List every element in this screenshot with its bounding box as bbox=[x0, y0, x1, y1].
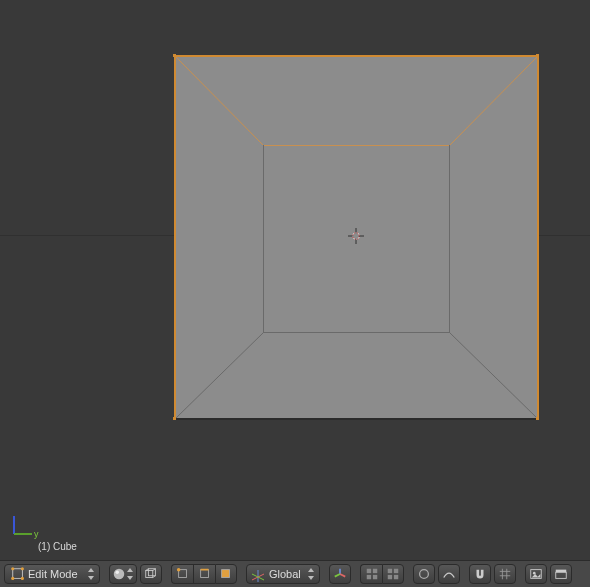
render-anim-button[interactable] bbox=[550, 564, 572, 584]
face-icon bbox=[219, 567, 233, 581]
object-name-label: (1) Cube bbox=[38, 541, 77, 552]
axis-indicator: y bbox=[10, 510, 40, 540]
svg-rect-41 bbox=[388, 575, 392, 579]
svg-rect-38 bbox=[372, 575, 376, 579]
circle-icon bbox=[417, 567, 431, 581]
edge-right-inner[interactable] bbox=[449, 145, 450, 333]
svg-rect-39 bbox=[388, 569, 392, 573]
vertex-tr[interactable] bbox=[536, 54, 539, 57]
mode-dropdown[interactable]: Edit Mode bbox=[4, 564, 100, 584]
svg-point-17 bbox=[114, 569, 125, 580]
header-toolbar: Edit Mode bbox=[0, 560, 590, 587]
svg-rect-51 bbox=[556, 570, 567, 573]
edge-top-inner[interactable] bbox=[263, 145, 450, 146]
edge-top-outer[interactable] bbox=[174, 55, 539, 57]
svg-rect-37 bbox=[366, 575, 370, 579]
svg-point-14 bbox=[21, 567, 24, 570]
proportional-edit-dropdown[interactable] bbox=[413, 564, 435, 584]
render-icon bbox=[529, 567, 543, 581]
magnet-icon bbox=[473, 567, 487, 581]
layer-1-button[interactable] bbox=[360, 564, 382, 584]
orientation-dropdown[interactable]: Global bbox=[246, 564, 320, 584]
grid-icon bbox=[386, 567, 400, 581]
svg-rect-35 bbox=[366, 569, 370, 573]
orientation-icon bbox=[250, 568, 266, 584]
snap-element-dropdown[interactable] bbox=[494, 564, 516, 584]
chevron-updown-icon bbox=[307, 568, 315, 580]
edge-left-inner[interactable] bbox=[263, 145, 264, 333]
vertex-icon bbox=[176, 567, 190, 581]
proportional-falloff-dropdown[interactable] bbox=[438, 564, 460, 584]
select-mode-group bbox=[171, 564, 237, 584]
shading-mode-dropdown[interactable] bbox=[109, 564, 137, 584]
svg-rect-12 bbox=[13, 569, 23, 579]
vertex-tl[interactable] bbox=[173, 54, 176, 57]
manipulator-toggle-button[interactable] bbox=[329, 564, 351, 584]
svg-rect-28 bbox=[222, 570, 230, 578]
render-image-button[interactable] bbox=[525, 564, 547, 584]
svg-point-43 bbox=[420, 570, 429, 579]
face-select-button[interactable] bbox=[215, 564, 237, 584]
chevron-updown-icon bbox=[87, 568, 95, 580]
svg-point-13 bbox=[11, 567, 14, 570]
svg-rect-26 bbox=[200, 570, 208, 578]
grid-dots-icon bbox=[498, 567, 512, 581]
svg-line-34 bbox=[335, 574, 340, 577]
orientation-label: Global bbox=[269, 568, 301, 580]
svg-point-16 bbox=[21, 577, 24, 580]
layer-group bbox=[360, 564, 404, 584]
svg-point-25 bbox=[176, 568, 180, 572]
svg-rect-42 bbox=[394, 575, 398, 579]
edge-select-button[interactable] bbox=[193, 564, 215, 584]
axis-y-label: y bbox=[34, 529, 39, 539]
svg-point-18 bbox=[116, 571, 120, 575]
svg-rect-50 bbox=[556, 572, 567, 578]
layer-2-button[interactable] bbox=[382, 564, 404, 584]
clapper-icon bbox=[554, 567, 568, 581]
sphere-icon bbox=[112, 567, 126, 581]
svg-rect-19 bbox=[146, 571, 153, 578]
cube-mesh[interactable] bbox=[174, 55, 539, 420]
edge-bottom-outer[interactable] bbox=[174, 418, 539, 420]
svg-rect-40 bbox=[394, 569, 398, 573]
mode-label: Edit Mode bbox=[28, 568, 78, 580]
edge-right-outer[interactable] bbox=[537, 55, 539, 420]
falloff-icon bbox=[442, 567, 456, 581]
viewport-3d[interactable]: y (1) Cube bbox=[0, 0, 590, 560]
svg-point-49 bbox=[533, 572, 536, 575]
edge-left-outer[interactable] bbox=[174, 55, 176, 420]
vertex-br[interactable] bbox=[536, 417, 539, 420]
cube-wire-icon bbox=[144, 567, 158, 581]
edge-icon bbox=[198, 567, 212, 581]
snap-toggle-button[interactable] bbox=[469, 564, 491, 584]
vertex-bl[interactable] bbox=[173, 417, 176, 420]
edit-mode-icon bbox=[11, 567, 25, 581]
svg-point-15 bbox=[11, 577, 14, 580]
grid-icon bbox=[365, 567, 379, 581]
svg-line-33 bbox=[340, 574, 345, 577]
axes-icon bbox=[333, 567, 347, 581]
chevron-updown-icon bbox=[126, 568, 134, 580]
occlude-toggle-button[interactable] bbox=[140, 564, 162, 584]
svg-rect-36 bbox=[372, 569, 376, 573]
edge-bottom-inner[interactable] bbox=[263, 332, 450, 333]
vertex-select-button[interactable] bbox=[171, 564, 193, 584]
